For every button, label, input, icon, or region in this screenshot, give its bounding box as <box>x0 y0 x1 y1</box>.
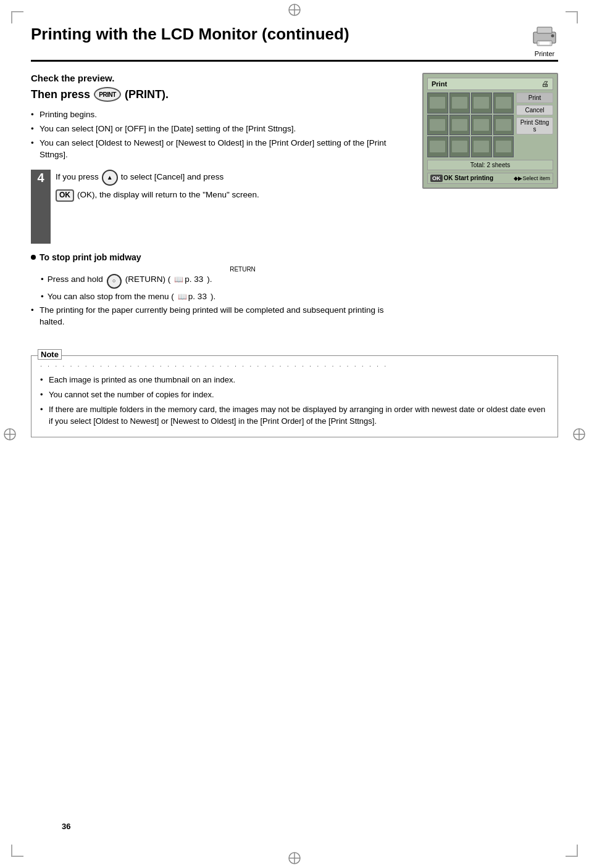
svg-rect-13 <box>537 27 552 33</box>
note-list: Each image is printed as one thumbnail o… <box>40 374 549 427</box>
step4-ok-line: OK (OK), the display will return to the … <box>56 189 410 202</box>
page-content: Printing with the LCD Monitor (continued… <box>31 25 558 843</box>
lcd-screen-title: Print <box>432 80 447 88</box>
lcd-thumb <box>427 115 448 136</box>
reg-mark-right <box>572 428 586 441</box>
print-button-badge: PRINT <box>94 87 121 102</box>
reg-mark-bottom <box>288 851 301 865</box>
lcd-print-settings-button[interactable]: Print Sttng s <box>516 117 553 134</box>
lcd-buttons: Print Cancel Print Sttng s <box>516 93 553 157</box>
page-ref-icon: 📖 <box>174 275 183 285</box>
right-column: Print 🖨 <box>422 73 558 337</box>
step4-content: If you press ▲ to select [Cancel] and pr… <box>56 170 410 244</box>
step4-number: 4 <box>31 170 51 244</box>
lcd-printer-icon: 🖨 <box>541 80 549 88</box>
title-area: Printing with the LCD Monitor (continued… <box>31 25 558 62</box>
lcd-thumb <box>493 93 514 114</box>
step4-text-before: If you press <box>56 172 99 183</box>
note-box: Note · · · · · · · · · · · · · · · · · ·… <box>31 355 558 437</box>
nav-wheel-icon: ▲ <box>102 170 118 186</box>
page-ref-2-text: p. 33 <box>188 291 207 303</box>
lcd-thumb <box>471 115 492 136</box>
press-print-line: Then press PRINT (PRINT). <box>31 87 410 102</box>
list-item: You cannot set the number of copies for … <box>40 389 549 401</box>
lcd-thumb <box>493 115 514 136</box>
main-columns: Check the preview. Then press PRINT (PRI… <box>31 73 558 337</box>
step4-text-after: (OK), the display will return to the "Me… <box>77 189 259 201</box>
reg-mark-left <box>3 428 17 441</box>
stop-heading: To stop print job midway <box>31 252 410 262</box>
lcd-thumb <box>449 115 470 136</box>
press-label: Then press <box>31 88 90 101</box>
lcd-thumb <box>493 136 514 157</box>
lcd-screen: Print 🖨 <box>422 73 558 189</box>
print-badge-text: PRINT <box>99 91 116 98</box>
page-ref-icon-2: 📖 <box>178 292 187 302</box>
printer-icon-area: Printer <box>531 25 558 57</box>
lcd-select-text: ◆▶Select item <box>514 175 550 181</box>
lcd-print-button[interactable]: Print <box>516 93 553 103</box>
return-label: RETURN <box>75 266 410 273</box>
corner-mark-br <box>566 845 578 857</box>
list-item: Printing begins. <box>31 109 410 121</box>
lcd-total: Total: 2 sheets <box>427 160 553 170</box>
lcd-thumb <box>449 93 470 114</box>
stop-section: To stop print job midway RETURN Press an… <box>31 252 410 329</box>
lcd-thumbnails <box>427 93 514 157</box>
lcd-content: Print Cancel Print Sttng s <box>427 93 553 157</box>
corner-mark-bl <box>11 845 23 857</box>
return-bullet-2: You can also stop from the menu ( 📖 p. 3… <box>41 291 410 303</box>
check-preview-heading: Check the preview. <box>31 73 410 83</box>
reg-mark-top <box>288 3 301 17</box>
list-item: You can select [Oldest to Newest] or [Ne… <box>31 138 410 161</box>
stop-bullets: RETURN Press and hold ○ (RETURN) ( 📖 p. … <box>41 266 410 303</box>
svg-point-16 <box>551 35 554 38</box>
page-ref-1: 📖 p. 33 <box>174 274 203 286</box>
printer-label: Printer <box>535 50 554 57</box>
lcd-cancel-button[interactable]: Cancel <box>516 105 553 115</box>
lcd-statusbar: OK OK Start printing ◆▶Select item <box>427 173 553 184</box>
lcd-thumb <box>471 93 492 114</box>
svg-rect-15 <box>539 41 550 45</box>
step4-block: 4 If you press ▲ to select [Cancel] and … <box>31 170 410 244</box>
page-title: Printing with the LCD Monitor (continued… <box>31 25 525 44</box>
return-button-icon: ○ <box>107 274 122 289</box>
printer-icon <box>531 25 558 49</box>
list-item: If there are multiple folders in the mem… <box>40 404 549 428</box>
lcd-start-text: OK Start printing <box>444 175 494 181</box>
list-item: Each image is printed as one thumbnail o… <box>40 374 549 386</box>
note-dots: · · · · · · · · · · · · · · · · · · · · … <box>40 362 549 370</box>
corner-mark-tl <box>11 11 23 23</box>
page-ref-1-text: p. 33 <box>185 274 203 286</box>
bullet-dot-icon <box>31 255 36 260</box>
lcd-title-bar: Print 🖨 <box>427 78 553 90</box>
ok-badge: OK <box>56 189 74 202</box>
page-number: 36 <box>62 822 70 831</box>
corner-mark-tr <box>566 11 578 23</box>
step4-text: If you press ▲ to select [Cancel] and pr… <box>56 170 410 186</box>
lcd-ok-start: OK OK Start printing <box>430 175 493 182</box>
lcd-thumb <box>449 136 470 157</box>
page-ref-2: 📖 p. 33 <box>178 291 207 303</box>
lcd-thumb <box>427 136 448 157</box>
lcd-thumb <box>471 136 492 157</box>
return-bullet-1: Press and hold ○ (RETURN) ( 📖 p. 33 ). <box>41 274 410 289</box>
left-column: Check the preview. Then press PRINT (PRI… <box>31 73 410 337</box>
main-bullet-list: Printing begins. You can select [ON] or … <box>31 109 410 161</box>
list-item: You can select [ON] or [OFF] in the [Dat… <box>31 123 410 135</box>
list-item: The printing for the paper currently bei… <box>31 305 410 328</box>
lcd-ok-box: OK <box>430 175 443 182</box>
note-label: Note <box>38 349 62 360</box>
stop-heading-text: To stop print job midway <box>40 252 141 262</box>
step4-text-middle: to select [Cancel] and press <box>121 172 224 183</box>
stop-extra-list: The printing for the paper currently bei… <box>31 305 410 328</box>
ok-badge-text: OK <box>59 190 70 200</box>
press-suffix: (PRINT). <box>125 88 169 101</box>
lcd-thumb <box>427 93 448 114</box>
